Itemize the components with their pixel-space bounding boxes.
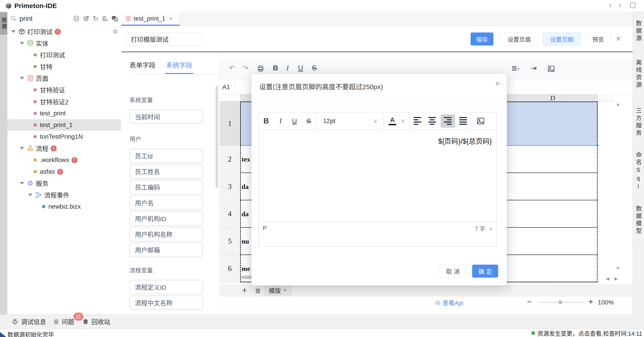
preview-button[interactable]: 预览 [585, 32, 611, 46]
row-header-6[interactable]: 6 [220, 255, 240, 282]
column-header-d[interactable]: D [508, 94, 598, 102]
field-chip-employee-name[interactable]: 员工姓名 [130, 164, 203, 178]
nav-back-icon[interactable]: ‹ [609, 0, 612, 10]
sheet-tab-caret-icon[interactable]: ▼ [283, 288, 287, 293]
caret-down-icon[interactable] [20, 182, 24, 185]
recycle-bin-button[interactable]: 回收站 [82, 314, 110, 329]
tree-item-page[interactable]: 甘特验证2 [8, 96, 121, 108]
right-tab-named-sql[interactable]: 命名Sql [633, 147, 644, 196]
field-chip-flow-def-id[interactable]: 流程定义ID [130, 280, 203, 294]
cell-a5[interactable]: nu [242, 238, 249, 245]
font-color-icon[interactable]: A [384, 117, 401, 125]
save-button[interactable]: 保存 [470, 32, 494, 46]
tree-item-biz-file[interactable]: newbiz.bizx [8, 201, 121, 212]
row-header-3[interactable]: 3 [220, 173, 240, 200]
tree-item-process-events[interactable]: 流程事件 [8, 189, 121, 201]
row-header-4[interactable]: 4 [220, 200, 240, 228]
italic-icon[interactable]: I [274, 117, 288, 125]
fields-scrollbar-thumb[interactable] [216, 86, 218, 188]
sort-icon[interactable] [102, 15, 108, 22]
tab-close-icon[interactable]: × [169, 15, 172, 22]
tree-item-workflow[interactable]: asfas ! [8, 166, 121, 178]
rte-content[interactable]: ${页码}/${总页码} [259, 130, 496, 222]
cell-a4[interactable]: da [242, 210, 249, 218]
align-justify-icon[interactable] [456, 117, 470, 125]
cell-a2[interactable]: tex [242, 156, 250, 163]
bold-icon[interactable]: B [259, 116, 274, 125]
caret-down-icon[interactable] [28, 194, 32, 196]
field-chip-org-id[interactable]: 用户机构ID [130, 211, 203, 226]
tab-system-fields[interactable]: 系统字段 [166, 60, 192, 70]
scroll-left-icon[interactable]: ◀ [606, 276, 609, 281]
sheet-list-icon[interactable]: ≣ [255, 287, 260, 295]
tree-item-package[interactable]: 打印测试 ! ⚙ [8, 26, 121, 38]
editor-tab-active[interactable]: test_print_1 × [121, 12, 180, 26]
cell-name-box[interactable]: A1 [220, 80, 234, 94]
undo-icon[interactable]: ↶ [229, 64, 235, 72]
italic-icon[interactable]: I [286, 64, 289, 72]
field-chip-employee-code[interactable]: 员工编码 [130, 180, 203, 194]
scroll-up-icon[interactable]: ▲ [616, 102, 620, 107]
dialog-close-icon[interactable]: × [495, 80, 500, 88]
refresh-icon[interactable]: ↻ [93, 14, 98, 22]
chevron-down-icon[interactable]: ∨ [401, 118, 405, 124]
line-options-icon[interactable]: ≣▾ [511, 64, 520, 72]
tree-item-entity[interactable]: 甘特 [8, 61, 121, 72]
row-header-5[interactable]: 5 [220, 228, 240, 255]
tree-item-entity[interactable]: 打印测试 [8, 49, 121, 61]
align-left-icon[interactable] [410, 117, 425, 125]
resize-grip-icon[interactable] [488, 226, 492, 230]
right-tab-datasource[interactable]: 数据源 [633, 12, 644, 50]
cell-a3[interactable]: da [242, 183, 249, 190]
zoom-slider-thumb[interactable] [558, 300, 562, 304]
bold-icon[interactable]: B [273, 64, 278, 72]
set-footer-button[interactable]: 设置页脚 [543, 32, 581, 46]
insert-image-icon[interactable] [548, 66, 555, 72]
caret-down-icon[interactable] [20, 42, 24, 44]
window-icon[interactable] [630, 3, 636, 8]
field-chip-username[interactable]: 用户名 [130, 196, 203, 210]
tree-item-services[interactable]: ⚙ 服务 [8, 178, 121, 189]
strikethrough-icon[interactable]: S [312, 64, 316, 72]
insert-image-icon[interactable] [471, 118, 490, 124]
tree-item-page[interactable]: test_print [8, 108, 121, 119]
right-tab-data-model[interactable]: 数据模型 [633, 196, 644, 244]
scroll-down-icon[interactable]: ▼ [616, 266, 620, 271]
tree-item-pages[interactable]: 页面 [8, 72, 121, 84]
align-center-icon[interactable] [425, 117, 440, 125]
chevron-down-icon[interactable]: ∨ [374, 118, 378, 124]
template-name-input[interactable]: 打印模版测试 [126, 33, 203, 46]
underline-icon[interactable]: U [298, 64, 303, 72]
status-resource-change[interactable]: 资源发生变更，点击查看,检查时间:14:11 [531, 330, 642, 336]
underline-icon[interactable]: U [288, 117, 302, 125]
ai-assistant-icon[interactable]: AI [73, 15, 80, 22]
row-header-1[interactable]: 1 [220, 102, 240, 146]
tree-item-workflow[interactable]: .workflowx ! [8, 154, 121, 166]
font-size-select[interactable]: 12pt [316, 118, 336, 124]
row-header-2[interactable]: 2 [220, 146, 240, 173]
grid-corner-cell[interactable] [220, 94, 240, 102]
tree-item-page-selected[interactable]: test_print_1 [8, 119, 121, 131]
sheet-tab-template[interactable]: 模版 ▼ [264, 284, 291, 296]
field-chip-email[interactable]: 用户邮箱 [130, 243, 203, 257]
set-header-button[interactable]: 设置页眉 [500, 32, 538, 46]
debug-info-button[interactable]: 调试信息 [12, 314, 46, 329]
editor-close-icon[interactable]: × [616, 34, 621, 43]
view-api-link[interactable]: ◎ 查看Api [435, 298, 464, 307]
left-rail-tab-resources[interactable]: 资源 [0, 12, 8, 35]
print-icon[interactable] [257, 66, 264, 72]
cell-a6[interactable]: me [242, 265, 250, 272]
caret-down-icon[interactable] [11, 30, 16, 33]
zoom-out-icon[interactable]: − [527, 297, 532, 306]
caret-down-icon[interactable] [20, 77, 24, 80]
search-input[interactable]: print [20, 15, 70, 22]
align-right-icon-active[interactable] [440, 114, 455, 128]
right-tab-thirdparty-services[interactable]: 三方服务 [633, 98, 644, 147]
nav-forward-icon[interactable]: › [618, 0, 621, 10]
zoom-in-icon[interactable]: + [588, 297, 593, 306]
indent-icon[interactable]: ⇥ [530, 64, 537, 72]
scroll-right-icon[interactable]: ▶ [614, 276, 618, 281]
selection-handle[interactable] [596, 144, 599, 147]
tree-item-processes[interactable]: 流程 ! [8, 142, 121, 154]
tree-item-entities[interactable]: 实体 [8, 38, 121, 49]
